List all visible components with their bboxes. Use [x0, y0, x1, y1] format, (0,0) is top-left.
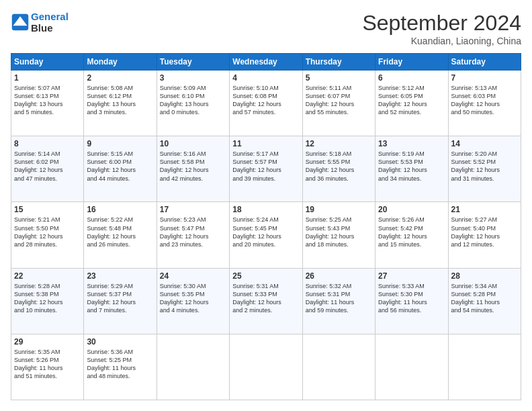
daylight-text: Daylight: 11 hours	[451, 298, 518, 306]
sunrise-text: Sunrise: 5:31 AM	[232, 282, 299, 290]
day-number: 19	[306, 205, 372, 214]
calendar-cell	[157, 334, 229, 400]
cell-content: Sunrise: 5:34 AMSunset: 5:28 PMDaylight:…	[451, 282, 518, 315]
daylight-minutes-text: and 52 minutes.	[378, 108, 445, 116]
calendar-cell: 14Sunrise: 5:20 AMSunset: 5:52 PMDayligh…	[448, 136, 521, 202]
cell-content: Sunrise: 5:15 AMSunset: 6:00 PMDaylight:…	[87, 150, 153, 183]
sunrise-text: Sunrise: 5:24 AM	[232, 216, 299, 224]
cell-content: Sunrise: 5:22 AMSunset: 5:48 PMDaylight:…	[87, 216, 153, 248]
sunrise-text: Sunrise: 5:25 AM	[306, 216, 372, 224]
weekday-header-thursday: Thursday	[302, 54, 375, 71]
calendar-cell: 17Sunrise: 5:23 AMSunset: 5:47 PMDayligh…	[157, 202, 229, 268]
day-number: 24	[160, 271, 226, 281]
daylight-minutes-text: and 34 minutes.	[378, 175, 445, 183]
cell-content: Sunrise: 5:12 AMSunset: 6:05 PMDaylight:…	[378, 84, 445, 117]
daylight-text: Daylight: 12 hours	[87, 166, 153, 174]
daylight-minutes-text: and 36 minutes.	[306, 175, 372, 183]
daylight-minutes-text: and 55 minutes.	[306, 108, 372, 116]
daylight-minutes-text: and 18 minutes.	[306, 240, 372, 248]
daylight-minutes-text: and 54 minutes.	[451, 306, 518, 314]
sunrise-text: Sunrise: 5:35 AM	[14, 348, 81, 356]
daylight-minutes-text: and 56 minutes.	[378, 306, 445, 314]
calendar-cell: 22Sunrise: 5:28 AMSunset: 5:38 PMDayligh…	[11, 268, 84, 334]
sunrise-text: Sunrise: 5:10 AM	[232, 84, 299, 92]
sunset-text: Sunset: 5:35 PM	[160, 290, 226, 298]
calendar-cell: 25Sunrise: 5:31 AMSunset: 5:33 PMDayligh…	[230, 268, 302, 334]
calendar-cell: 26Sunrise: 5:32 AMSunset: 5:31 PMDayligh…	[302, 268, 375, 334]
sunset-text: Sunset: 5:55 PM	[306, 158, 372, 166]
calendar-week-4: 22Sunrise: 5:28 AMSunset: 5:38 PMDayligh…	[11, 268, 521, 334]
daylight-text: Daylight: 11 hours	[14, 364, 81, 372]
daylight-text: Daylight: 12 hours	[378, 166, 445, 174]
sunrise-text: Sunrise: 5:12 AM	[378, 84, 445, 92]
calendar-cell: 21Sunrise: 5:27 AMSunset: 5:40 PMDayligh…	[448, 202, 521, 268]
daylight-minutes-text: and 44 minutes.	[87, 175, 153, 183]
sunset-text: Sunset: 5:52 PM	[451, 158, 518, 166]
cell-content: Sunrise: 5:11 AMSunset: 6:07 PMDaylight:…	[306, 84, 372, 117]
daylight-text: Daylight: 12 hours	[451, 232, 518, 240]
sunrise-text: Sunrise: 5:14 AM	[14, 150, 81, 158]
sunrise-text: Sunrise: 5:16 AM	[160, 150, 226, 158]
cell-content: Sunrise: 5:25 AMSunset: 5:43 PMDaylight:…	[306, 216, 372, 248]
daylight-text: Daylight: 12 hours	[160, 298, 226, 306]
daylight-minutes-text: and 26 minutes.	[87, 240, 153, 248]
sunset-text: Sunset: 5:25 PM	[87, 356, 153, 364]
calendar-cell	[448, 334, 521, 400]
day-number: 11	[232, 139, 299, 148]
sunset-text: Sunset: 6:08 PM	[232, 92, 299, 100]
daylight-minutes-text: and 7 minutes.	[87, 306, 153, 314]
weekday-header-saturday: Saturday	[448, 54, 521, 71]
daylight-text: Daylight: 12 hours	[232, 298, 299, 306]
sunrise-text: Sunrise: 5:08 AM	[87, 84, 153, 92]
calendar-week-3: 15Sunrise: 5:21 AMSunset: 5:50 PMDayligh…	[11, 202, 521, 268]
daylight-minutes-text: and 51 minutes.	[14, 372, 81, 380]
day-number: 25	[232, 271, 299, 281]
calendar-cell: 9Sunrise: 5:15 AMSunset: 6:00 PMDaylight…	[84, 136, 157, 202]
calendar-cell: 2Sunrise: 5:08 AMSunset: 6:12 PMDaylight…	[84, 71, 157, 136]
sunrise-text: Sunrise: 5:20 AM	[451, 150, 518, 158]
calendar-cell: 24Sunrise: 5:30 AMSunset: 5:35 PMDayligh…	[157, 268, 229, 334]
calendar-cell: 19Sunrise: 5:25 AMSunset: 5:43 PMDayligh…	[302, 202, 375, 268]
cell-content: Sunrise: 5:21 AMSunset: 5:50 PMDaylight:…	[14, 216, 81, 248]
sunset-text: Sunset: 6:02 PM	[14, 158, 81, 166]
sunset-text: Sunset: 6:00 PM	[87, 158, 153, 166]
sunrise-text: Sunrise: 5:22 AM	[87, 216, 153, 224]
cell-content: Sunrise: 5:10 AMSunset: 6:08 PMDaylight:…	[232, 84, 299, 117]
logo-text: General Blue	[31, 11, 69, 34]
day-number: 13	[378, 139, 445, 148]
sunset-text: Sunset: 5:40 PM	[451, 224, 518, 232]
day-number: 26	[306, 271, 372, 281]
weekday-header-sunday: Sunday	[11, 54, 84, 71]
daylight-minutes-text: and 59 minutes.	[306, 306, 372, 314]
calendar-cell: 5Sunrise: 5:11 AMSunset: 6:07 PMDaylight…	[302, 71, 375, 136]
sunrise-text: Sunrise: 5:13 AM	[451, 84, 518, 92]
logo-inner: General Blue	[11, 11, 69, 34]
sunset-text: Sunset: 5:37 PM	[87, 290, 153, 298]
sunset-text: Sunset: 5:45 PM	[232, 224, 299, 232]
logo-line1: General	[31, 11, 69, 22]
daylight-minutes-text: and 57 minutes.	[232, 108, 299, 116]
logo: General Blue	[11, 11, 69, 34]
daylight-text: Daylight: 12 hours	[378, 100, 445, 108]
day-number: 28	[451, 271, 518, 281]
cell-content: Sunrise: 5:33 AMSunset: 5:30 PMDaylight:…	[378, 282, 445, 315]
calendar-cell	[375, 334, 448, 400]
daylight-minutes-text: and 10 minutes.	[14, 306, 81, 314]
sunset-text: Sunset: 5:47 PM	[160, 224, 226, 232]
calendar-cell	[230, 334, 302, 400]
sunrise-text: Sunrise: 5:32 AM	[306, 282, 372, 290]
daylight-text: Daylight: 12 hours	[87, 298, 153, 306]
sunrise-text: Sunrise: 5:11 AM	[306, 84, 372, 92]
cell-content: Sunrise: 5:35 AMSunset: 5:26 PMDaylight:…	[14, 348, 81, 381]
cell-content: Sunrise: 5:19 AMSunset: 5:53 PMDaylight:…	[378, 150, 445, 183]
sunset-text: Sunset: 5:53 PM	[378, 158, 445, 166]
cell-content: Sunrise: 5:07 AMSunset: 6:13 PMDaylight:…	[14, 84, 81, 117]
cell-content: Sunrise: 5:09 AMSunset: 6:10 PMDaylight:…	[160, 84, 226, 117]
page: General Blue September 2024 Kuandian, Li…	[0, 0, 532, 411]
day-number: 1	[14, 73, 81, 83]
sunset-text: Sunset: 6:05 PM	[378, 92, 445, 100]
daylight-text: Daylight: 12 hours	[14, 298, 81, 306]
day-number: 27	[378, 271, 445, 281]
day-number: 10	[160, 139, 226, 148]
sunrise-text: Sunrise: 5:30 AM	[160, 282, 226, 290]
